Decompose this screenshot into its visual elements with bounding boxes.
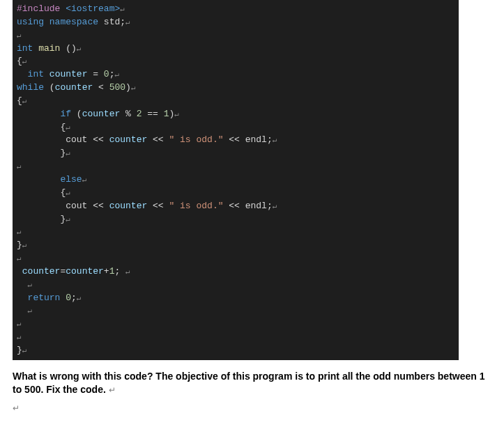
newline-icon: ↵ <box>77 45 82 53</box>
code-token: } <box>17 240 22 250</box>
code-token: ; <box>114 266 125 277</box>
newline-icon: ↵ <box>17 162 22 171</box>
code-line: ↵ <box>17 318 455 331</box>
code-token: ; <box>267 201 273 211</box>
newline-icon: ↵ <box>28 306 33 315</box>
code-token: counter <box>109 134 153 145</box>
code-line: }↵ <box>17 147 455 160</box>
code-token <box>17 293 28 303</box>
code-token: return <box>28 293 66 303</box>
newline-icon: ↵ <box>131 84 136 92</box>
code-token: << <box>153 201 169 211</box>
code-token: counter <box>55 82 98 93</box>
code-token <box>17 109 60 119</box>
newline-icon: ↵ <box>273 202 277 210</box>
code-line: {↵ <box>17 187 455 200</box>
code-line: cout << counter << " is odd." << endl;↵ <box>17 134 455 147</box>
newline-icon: ↵ <box>17 333 22 341</box>
code-line: counter=counter+1; ↵ <box>17 265 455 279</box>
blank-paragraph: ↵ <box>13 403 491 413</box>
code-line: }↵ <box>17 344 455 357</box>
code-token: << <box>223 201 245 211</box>
newline-icon: ↵ <box>22 57 27 65</box>
code-token: counter <box>22 266 61 277</box>
code-line: ↵ <box>17 226 455 239</box>
code-token: << <box>153 134 169 145</box>
code-token: int <box>28 69 49 79</box>
code-token <box>17 69 28 79</box>
code-line: if (counter % 2 == 1)↵ <box>17 108 455 121</box>
paragraph-mark-icon: ↵ <box>13 403 20 413</box>
newline-icon: ↵ <box>66 123 70 132</box>
code-line: ↵ <box>17 160 455 173</box>
code-token: ( <box>77 109 82 119</box>
code-line: cout << counter << " is odd." << endl;↵ <box>17 200 455 213</box>
code-token <box>17 201 66 211</box>
question-body: What is wrong with this code? The object… <box>13 371 485 395</box>
code-token: ; <box>71 293 77 303</box>
code-token: std <box>104 17 120 27</box>
code-token <box>17 134 66 145</box>
code-line: {↵ <box>17 55 455 68</box>
code-token <box>17 174 60 185</box>
code-token: << <box>223 134 245 145</box>
code-token: () <box>66 43 77 54</box>
code-token: " is odd." <box>169 134 223 145</box>
code-token: } <box>17 214 66 224</box>
code-token <box>17 266 22 277</box>
code-token: 2 <box>137 109 148 119</box>
code-token: counter <box>49 69 93 79</box>
code-token: ; <box>267 134 273 145</box>
newline-icon: ↵ <box>273 136 277 144</box>
code-line: int counter = 0;↵ <box>17 68 455 81</box>
code-token <box>17 305 28 316</box>
newline-icon: ↵ <box>120 5 125 13</box>
newline-icon: ↵ <box>17 320 22 328</box>
newline-icon: ↵ <box>174 110 179 118</box>
newline-icon: ↵ <box>17 31 22 40</box>
code-token: << <box>93 134 109 145</box>
newline-icon: ↵ <box>77 294 82 302</box>
code-token: <iostream> <box>66 3 120 14</box>
code-token: main <box>38 43 66 54</box>
code-token: 1 <box>164 109 169 119</box>
code-token: { <box>17 95 22 106</box>
code-token: < <box>98 82 109 93</box>
code-line: else↵ <box>17 173 455 187</box>
code-token: counter <box>82 109 125 119</box>
code-token: << <box>93 201 109 211</box>
code-token: else <box>60 174 82 185</box>
code-line: {↵ <box>17 95 455 108</box>
code-line: return 0;↵ <box>17 292 455 305</box>
code-line: ↵ <box>17 279 455 292</box>
code-token: 500 <box>109 82 125 93</box>
code-block: #include <iostream>↵using namespace std;… <box>13 0 459 360</box>
code-token: % <box>125 109 137 119</box>
newline-icon: ↵ <box>66 215 70 224</box>
code-token: = <box>93 69 104 79</box>
code-token: ) <box>125 82 131 93</box>
code-token: while <box>17 82 49 93</box>
code-token: int <box>17 43 38 54</box>
code-line: }↵ <box>17 213 455 226</box>
code-line: int main ()↵ <box>17 42 455 56</box>
code-token: using <box>17 17 49 27</box>
code-token: } <box>17 345 22 355</box>
code-token: counter <box>109 201 153 211</box>
code-token: 0 <box>66 293 71 303</box>
newline-icon: ↵ <box>114 70 119 79</box>
newline-icon: ↵ <box>22 241 27 249</box>
code-line: {↵ <box>17 121 455 134</box>
code-token: + <box>104 266 109 277</box>
code-line: while (counter < 500)↵ <box>17 81 455 95</box>
code-token: 0 <box>104 69 109 79</box>
code-token: ( <box>49 82 55 93</box>
code-line: ↵ <box>17 252 455 265</box>
newline-icon: ↵ <box>22 97 27 105</box>
code-token: namespace <box>49 17 104 27</box>
code-line: #include <iostream>↵ <box>17 3 455 16</box>
code-token: if <box>60 109 76 119</box>
code-token: == <box>147 109 163 119</box>
code-token: " is odd." <box>169 201 223 211</box>
newline-icon: ↵ <box>125 267 130 276</box>
